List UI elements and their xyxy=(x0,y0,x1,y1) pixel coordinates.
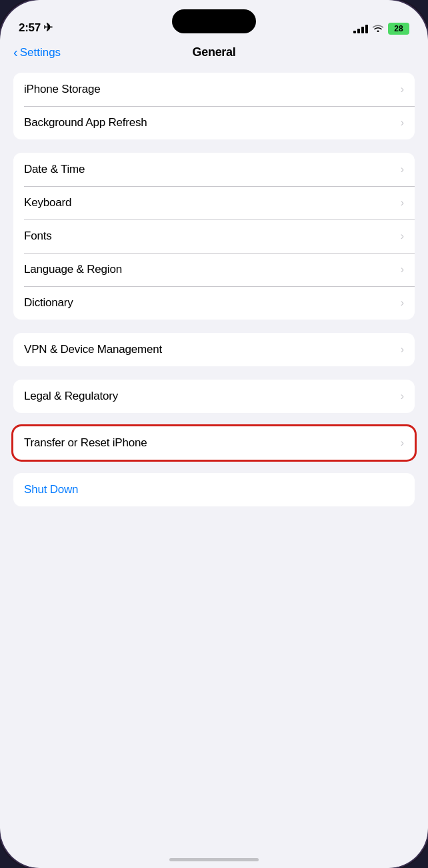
legal-regulatory-label: Legal & Regulatory xyxy=(24,390,118,403)
back-label: Settings xyxy=(20,46,61,59)
wifi-icon xyxy=(373,23,383,34)
row-right: › xyxy=(401,197,404,209)
transfer-reset-label: Transfer or Reset iPhone xyxy=(24,436,147,450)
dynamic-island xyxy=(172,9,256,33)
shut-down-label: Shut Down xyxy=(24,483,78,496)
chevron-right-icon: › xyxy=(401,163,404,175)
row-right: › xyxy=(401,117,404,129)
vpn-device-row[interactable]: VPN & Device Management › xyxy=(13,333,415,366)
row-right: › xyxy=(401,297,404,309)
dictionary-label: Dictionary xyxy=(24,296,73,310)
row-right: › xyxy=(401,437,404,449)
date-time-row[interactable]: Date & Time › xyxy=(13,153,415,186)
background-app-refresh-row[interactable]: Background App Refresh › xyxy=(13,106,415,139)
iphone-storage-row[interactable]: iPhone Storage › xyxy=(13,73,415,106)
chevron-right-icon: › xyxy=(401,344,404,356)
home-indicator xyxy=(169,858,259,861)
keyboard-row[interactable]: Keyboard › xyxy=(13,186,415,220)
nav-title: General xyxy=(193,45,236,59)
transfer-reset-highlighted-group: Transfer or Reset iPhone › xyxy=(13,426,415,460)
row-right: › xyxy=(401,83,404,95)
time-display: 2:57 xyxy=(19,21,41,34)
vpn-device-label: VPN & Device Management xyxy=(24,343,162,356)
fonts-label: Fonts xyxy=(24,230,52,243)
chevron-right-icon: › xyxy=(401,264,404,276)
language-region-label: Language & Region xyxy=(24,263,122,276)
status-icons: 28 xyxy=(353,23,409,35)
row-right: › xyxy=(401,163,404,175)
background-app-refresh-label: Background App Refresh xyxy=(24,116,147,129)
dictionary-row[interactable]: Dictionary › xyxy=(13,286,415,320)
legal-regulatory-row[interactable]: Legal & Regulatory › xyxy=(13,380,415,413)
row-right: › xyxy=(401,230,404,242)
row-right: › xyxy=(401,264,404,276)
row-right: › xyxy=(401,390,404,402)
vpn-group: VPN & Device Management › xyxy=(13,333,415,366)
signal-icon xyxy=(353,25,368,33)
shut-down-row[interactable]: Shut Down xyxy=(13,473,415,506)
storage-group: iPhone Storage › Background App Refresh … xyxy=(13,73,415,139)
back-button[interactable]: ‹ Settings xyxy=(13,45,61,60)
shutdown-group: Shut Down xyxy=(13,473,415,506)
chevron-right-icon: › xyxy=(401,390,404,402)
battery-icon: 28 xyxy=(388,23,409,35)
chevron-right-icon: › xyxy=(401,437,404,449)
transfer-reset-row[interactable]: Transfer or Reset iPhone › xyxy=(13,426,415,460)
language-region-row[interactable]: Language & Region › xyxy=(13,253,415,286)
legal-group: Legal & Regulatory › xyxy=(13,380,415,413)
chevron-right-icon: › xyxy=(401,83,404,95)
phone-frame: 2:57 ✈ 28 xyxy=(0,0,428,868)
phone-screen: 2:57 ✈ 28 xyxy=(0,0,428,868)
chevron-right-icon: › xyxy=(401,117,404,129)
back-chevron-icon: ‹ xyxy=(13,45,18,60)
status-time: 2:57 ✈ xyxy=(19,21,53,35)
transfer-reset-inner: Transfer or Reset iPhone › xyxy=(13,426,415,460)
chevron-right-icon: › xyxy=(401,230,404,242)
chevron-right-icon: › xyxy=(401,197,404,209)
fonts-row[interactable]: Fonts › xyxy=(13,220,415,253)
chevron-right-icon: › xyxy=(401,297,404,309)
date-time-label: Date & Time xyxy=(24,163,85,176)
row-right: › xyxy=(401,344,404,356)
locale-group: Date & Time › Keyboard › Fonts › xyxy=(13,153,415,320)
iphone-storage-label: iPhone Storage xyxy=(24,83,100,96)
settings-content: iPhone Storage › Background App Refresh … xyxy=(0,67,428,560)
nav-bar: ‹ Settings General xyxy=(0,40,428,67)
battery-level: 28 xyxy=(394,24,403,33)
keyboard-label: Keyboard xyxy=(24,196,71,209)
